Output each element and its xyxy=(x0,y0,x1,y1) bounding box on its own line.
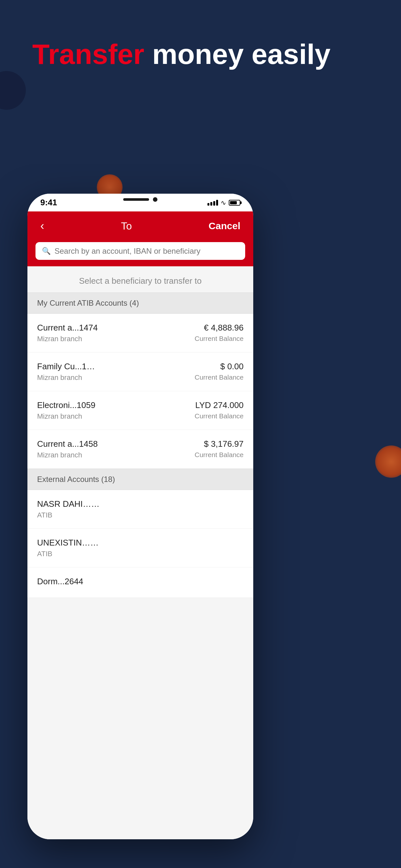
back-button[interactable]: ‹ xyxy=(40,219,44,233)
account-branch: Mizran branch xyxy=(37,373,195,382)
account-left: Current a...1474 Mizran branch xyxy=(37,323,195,343)
notch-pill xyxy=(123,198,149,201)
status-bar: 9:41 ∿ xyxy=(27,194,253,211)
external-item-dorm[interactable]: Dorm...2644 xyxy=(27,567,253,598)
account-branch: Mizran branch xyxy=(37,335,195,343)
content-area: Select a beneficiary to transfer to My C… xyxy=(27,266,253,839)
account-balance: LYD 274.000 xyxy=(195,400,243,410)
account-balance-label: Current Balance xyxy=(195,373,243,381)
bg-circle-left xyxy=(0,71,26,110)
signal-bars-icon xyxy=(207,200,218,206)
page-title-red: Transfer xyxy=(32,38,144,70)
account-name: Current a...1474 xyxy=(37,323,195,333)
cancel-button[interactable]: Cancel xyxy=(209,220,240,231)
signal-bar-4 xyxy=(216,200,218,206)
external-name: NASR DAHI…… xyxy=(37,499,243,509)
account-balance: € 4,888.96 xyxy=(195,323,243,333)
account-left: Electroni...1059 Mizran branch xyxy=(37,400,195,421)
phone-mockup: 9:41 ∿ ‹ To Cancel 🔍 xyxy=(27,194,253,839)
status-icons: ∿ xyxy=(207,199,240,207)
account-name: Electroni...1059 xyxy=(37,400,195,410)
signal-bar-1 xyxy=(207,203,209,206)
external-item-unexisting[interactable]: UNEXISTIN…… ATIB xyxy=(27,529,253,567)
search-icon: 🔍 xyxy=(42,247,51,255)
section-header-atib: My Current ATIB Accounts (4) xyxy=(27,292,253,314)
account-item-1474[interactable]: Current a...1474 Mizran branch € 4,888.9… xyxy=(27,314,253,352)
account-right: € 4,888.96 Current Balance xyxy=(195,323,243,342)
page-title: Transfer money easily xyxy=(32,39,330,70)
external-item-nasr[interactable]: NASR DAHI…… ATIB xyxy=(27,490,253,529)
account-item-family[interactable]: Family Cu...1… Mizran branch $ 0.00 Curr… xyxy=(27,352,253,391)
account-branch: Mizran branch xyxy=(37,451,195,459)
account-name: Family Cu...1… xyxy=(37,362,195,372)
subtitle-text: Select a beneficiary to transfer to xyxy=(27,266,253,292)
nav-bar: ‹ To Cancel xyxy=(27,211,253,241)
notch-dot xyxy=(153,197,158,202)
external-bank: ATIB xyxy=(37,550,243,558)
page-title-white: money easily xyxy=(144,38,330,70)
account-right: LYD 274.000 Current Balance xyxy=(195,400,243,420)
account-item-1458[interactable]: Current a...1458 Mizran branch $ 3,176.9… xyxy=(27,430,253,469)
account-left: Family Cu...1… Mizran branch xyxy=(37,362,195,382)
search-container: 🔍 xyxy=(27,241,253,266)
account-balance: $ 0.00 xyxy=(195,362,243,372)
account-balance: $ 3,176.97 xyxy=(195,439,243,449)
account-item-electronic[interactable]: Electroni...1059 Mizran branch LYD 274.0… xyxy=(27,391,253,430)
account-balance-label: Current Balance xyxy=(195,412,243,420)
account-right: $ 3,176.97 Current Balance xyxy=(195,439,243,459)
external-name: Dorm...2644 xyxy=(37,577,243,587)
external-bank: ATIB xyxy=(37,511,243,519)
account-branch: Mizran branch xyxy=(37,412,195,421)
nav-title: To xyxy=(121,220,132,232)
signal-bar-3 xyxy=(213,201,215,206)
external-name: UNEXISTIN…… xyxy=(37,538,243,548)
notch xyxy=(108,194,173,205)
account-balance-label: Current Balance xyxy=(195,451,243,459)
bg-circle-orange2 xyxy=(375,445,401,478)
status-time: 9:41 xyxy=(40,197,57,208)
wifi-icon: ∿ xyxy=(221,199,226,207)
search-input[interactable] xyxy=(55,247,239,256)
search-box: 🔍 xyxy=(35,242,245,260)
signal-bar-2 xyxy=(210,202,212,206)
account-right: $ 0.00 Current Balance xyxy=(195,362,243,381)
account-balance-label: Current Balance xyxy=(195,335,243,342)
battery-fill xyxy=(230,201,237,204)
battery-icon xyxy=(229,200,240,206)
account-left: Current a...1458 Mizran branch xyxy=(37,439,195,459)
section-header-external: External Accounts (18) xyxy=(27,469,253,490)
account-name: Current a...1458 xyxy=(37,439,195,449)
